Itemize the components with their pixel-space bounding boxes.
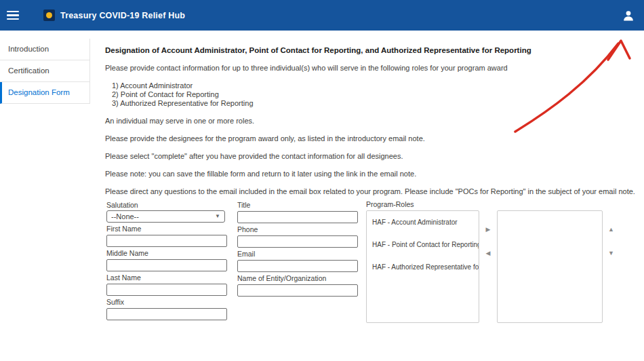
menu-icon[interactable]	[7, 11, 19, 20]
title-label: Title	[237, 201, 361, 209]
program-roles-label: Program-Roles	[366, 201, 616, 208]
suffix-label: Suffix	[106, 298, 230, 306]
move-right-icon[interactable]: ▶	[485, 225, 492, 234]
form-paragraph: Please direct any questions to the email…	[105, 187, 636, 196]
listbox-order-controls: ▲ ▼	[607, 225, 616, 258]
move-up-icon[interactable]: ▲	[607, 225, 616, 234]
last-name-input[interactable]	[106, 284, 227, 296]
roles-list-item: 2) Point of Contact for Reporting	[112, 90, 636, 99]
last-name-label: Last Name	[106, 273, 230, 282]
app-header: Treasury COVID-19 Relief Hub	[0, 0, 644, 31]
program-roles-available-listbox[interactable]: HAF - Account Administrator HAF - Point …	[366, 210, 479, 323]
chevron-down-icon: ▼	[215, 214, 220, 219]
form-paragraph: Please note: you can save the fillable f…	[105, 170, 636, 178]
entity-label: Name of Entity/Organization	[237, 274, 361, 282]
treasury-logo-icon	[43, 10, 55, 21]
roles-list-item: 3) Authorized Representative for Reporti…	[112, 99, 636, 108]
designation-form-panel: Designation of Account Administrator, Po…	[105, 39, 636, 361]
user-avatar-icon[interactable]	[622, 10, 635, 22]
sidebar-item-introduction[interactable]: Introduction	[0, 39, 89, 60]
form-paragraph: Please provide the designees for the pro…	[105, 134, 636, 143]
phone-label: Phone	[237, 225, 361, 233]
entity-input[interactable]	[237, 284, 358, 297]
sidebar-nav: Introduction Certification Designation F…	[0, 39, 90, 104]
program-roles-selected-listbox[interactable]	[497, 210, 603, 323]
program-role-option[interactable]: HAF - Point of Contact for Reporting	[367, 233, 479, 256]
form-paragraph: Please select "complete" after you have …	[105, 152, 636, 161]
sidebar-item-certification[interactable]: Certification	[0, 60, 89, 82]
app-title: Treasury COVID-19 Relief Hub	[60, 11, 185, 20]
title-input[interactable]	[237, 211, 358, 223]
listbox-move-controls: ▶ ◀	[479, 225, 497, 258]
move-left-icon[interactable]: ◀	[485, 249, 492, 258]
email-input[interactable]	[237, 260, 358, 272]
salutation-select[interactable]: --None-- ▼	[106, 210, 225, 223]
first-name-input[interactable]	[106, 235, 227, 247]
middle-name-input[interactable]	[106, 259, 227, 271]
move-down-icon[interactable]: ▼	[607, 249, 616, 258]
email-label: Email	[237, 250, 361, 258]
program-role-option[interactable]: HAF - Account Administrator	[367, 211, 479, 233]
sidebar-item-designation-form[interactable]: Designation Form	[0, 82, 89, 104]
form-paragraph: An individual may serve in one or more r…	[105, 117, 636, 126]
salutation-label: Salutation	[106, 201, 230, 209]
roles-numbered-list: 1) Account Administrator 2) Point of Con…	[112, 81, 636, 108]
first-name-label: First Name	[106, 225, 230, 233]
roles-list-item: 1) Account Administrator	[112, 81, 636, 90]
contact-form: Salutation --None-- ▼ First Name Middle …	[105, 201, 636, 361]
phone-input[interactable]	[237, 235, 358, 248]
program-roles-dual-listbox: HAF - Account Administrator HAF - Point …	[366, 210, 616, 323]
program-role-option[interactable]: HAF - Authorized Representative fo...	[367, 256, 479, 278]
form-heading: Designation of Account Administrator, Po…	[105, 46, 636, 55]
form-intro: Please provide contact information for u…	[105, 64, 636, 73]
salutation-selected-value: --None--	[111, 212, 139, 221]
suffix-input[interactable]	[106, 308, 227, 320]
brand: Treasury COVID-19 Relief Hub	[43, 10, 185, 21]
middle-name-label: Middle Name	[106, 249, 230, 257]
